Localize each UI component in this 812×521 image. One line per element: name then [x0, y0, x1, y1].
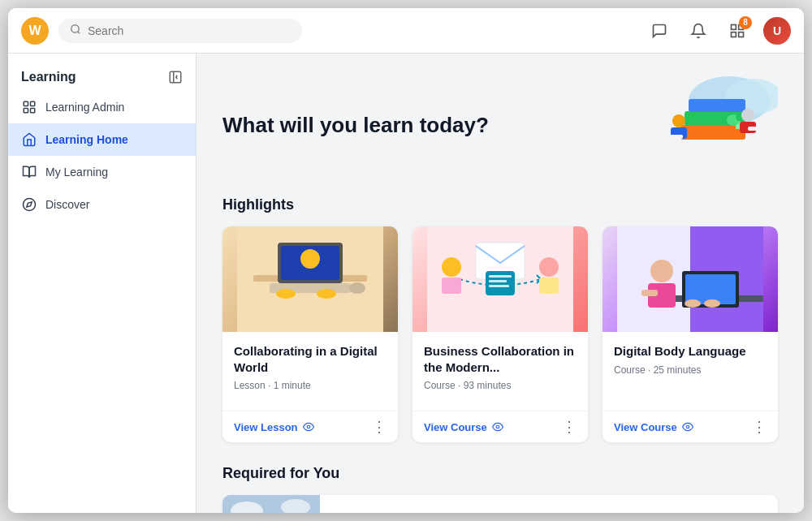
required-section-title: Required for You	[222, 465, 778, 482]
sidebar-label-discover: Discover	[45, 198, 89, 211]
highlights-grid: Collaborating in a Digital World Lesson …	[222, 226, 778, 442]
card-2-thumbnail	[412, 226, 588, 332]
card-1-body: Collaborating in a Digital World Lesson …	[222, 332, 398, 401]
search-input[interactable]	[88, 24, 291, 37]
sidebar-item-my-learning[interactable]: My Learning	[8, 156, 196, 188]
sidebar-item-learning-admin[interactable]: Learning Admin	[8, 91, 196, 123]
svg-rect-47	[539, 278, 559, 294]
svg-point-35	[276, 289, 296, 299]
required-item-1: STOP NOT STARTED Workplace Harassment & …	[222, 495, 778, 513]
svg-rect-4	[732, 32, 736, 37]
sidebar-item-discover[interactable]: Discover	[8, 188, 196, 221]
card-1-link[interactable]: View Lesson	[234, 421, 314, 433]
apps-badge: 8	[739, 16, 752, 29]
svg-rect-56	[641, 290, 658, 296]
highlights-title: Highlights	[222, 196, 778, 213]
view-eye-icon-2	[492, 421, 503, 433]
topbar-actions: 8 U	[646, 17, 791, 45]
svg-rect-41	[442, 278, 461, 294]
svg-rect-10	[24, 109, 28, 113]
sidebar-item-learning-home[interactable]: Learning Home	[8, 123, 196, 156]
topbar: W	[8, 8, 804, 54]
svg-point-48	[496, 425, 499, 428]
svg-point-36	[317, 289, 336, 299]
card-1-footer: View Lesson ⋮	[222, 411, 398, 442]
card-3-meta: Course · 25 minutes	[614, 364, 767, 376]
hero-illustration	[615, 76, 778, 174]
hero-title: What will you learn today?	[222, 113, 489, 138]
svg-rect-11	[31, 109, 35, 113]
svg-point-58	[704, 299, 720, 308]
workday-logo[interactable]: W	[21, 17, 49, 45]
svg-point-12	[24, 199, 36, 211]
svg-point-32	[300, 249, 320, 269]
book-icon	[21, 164, 37, 180]
card-2-title: Business Collaboration in the Modern...	[424, 343, 577, 375]
sidebar-header: Learning	[8, 60, 196, 91]
sidebar-title: Learning	[21, 70, 76, 84]
svg-point-59	[686, 425, 689, 428]
required-item-1-thumb: STOP	[222, 495, 320, 513]
card-2-body: Business Collaboration in the Modern... …	[412, 332, 588, 401]
card-2-more-button[interactable]: ⋮	[562, 420, 577, 434]
card-1-title: Collaborating in a Digital World	[234, 343, 387, 375]
card-2-link-label: View Course	[424, 421, 487, 433]
card-3-link[interactable]: View Course	[614, 421, 693, 433]
app-window: W	[8, 8, 804, 513]
logo-letter: W	[28, 24, 41, 38]
svg-rect-24	[663, 135, 683, 139]
card-3-link-label: View Course	[614, 421, 677, 433]
view-eye-icon	[303, 421, 314, 433]
svg-point-0	[71, 24, 79, 32]
card-1-meta: Lesson · 1 minute	[234, 380, 387, 391]
search-icon	[70, 24, 81, 38]
avatar-initials: U	[763, 17, 791, 45]
notification-icon-button[interactable]	[685, 18, 711, 44]
required-item-1-info: NOT STARTED Workplace Harassment & Discr…	[320, 495, 581, 513]
sidebar-label-learning-home: Learning Home	[45, 133, 128, 146]
svg-rect-42	[486, 271, 515, 295]
svg-line-1	[78, 31, 80, 33]
required-section: Required for You STOP	[222, 465, 778, 513]
main-layout: Learning	[8, 54, 804, 513]
sidebar-label-my-learning: My Learning	[45, 166, 108, 179]
search-bar[interactable]	[58, 19, 302, 43]
svg-rect-5	[739, 32, 744, 37]
svg-point-37	[307, 425, 310, 428]
svg-rect-45	[489, 285, 509, 287]
svg-point-25	[741, 109, 754, 122]
svg-rect-27	[748, 127, 764, 131]
svg-point-34	[349, 282, 365, 294]
user-avatar[interactable]: U	[763, 17, 791, 45]
card-3-thumbnail	[603, 226, 778, 332]
svg-rect-43	[489, 275, 512, 278]
card-1-thumbnail	[222, 226, 398, 332]
svg-point-54	[650, 260, 673, 282]
chat-icon-button[interactable]	[646, 18, 672, 44]
hero-section: What will you learn today?	[222, 76, 778, 174]
svg-point-46	[539, 257, 559, 277]
card-2-footer: View Course ⋮	[412, 411, 588, 442]
svg-point-40	[442, 257, 461, 277]
home-icon	[21, 131, 37, 148]
view-eye-icon-3	[682, 421, 693, 433]
card-3-footer: View Course ⋮	[603, 411, 778, 442]
card-2-meta: Course · 93 minutes	[424, 380, 577, 391]
card-2-link[interactable]: View Course	[424, 421, 503, 433]
sidebar: Learning	[8, 54, 197, 513]
apps-icon-button[interactable]: 8	[724, 18, 750, 44]
svg-rect-8	[24, 101, 28, 105]
svg-rect-2	[732, 24, 736, 29]
card-3-body: Digital Body Language Course · 25 minute…	[603, 332, 778, 401]
card-3-title: Digital Body Language	[614, 343, 767, 360]
card-3-more-button[interactable]: ⋮	[752, 420, 767, 434]
svg-point-22	[672, 114, 685, 127]
svg-rect-9	[31, 101, 35, 105]
card-1-more-button[interactable]: ⋮	[372, 420, 387, 434]
svg-marker-13	[27, 202, 32, 207]
highlight-card-1: Collaborating in a Digital World Lesson …	[222, 226, 398, 442]
svg-rect-44	[489, 280, 507, 282]
main-content: What will you learn today?	[197, 54, 804, 513]
sidebar-label-learning-admin: Learning Admin	[45, 101, 124, 114]
collapse-sidebar-button[interactable]	[168, 70, 183, 84]
